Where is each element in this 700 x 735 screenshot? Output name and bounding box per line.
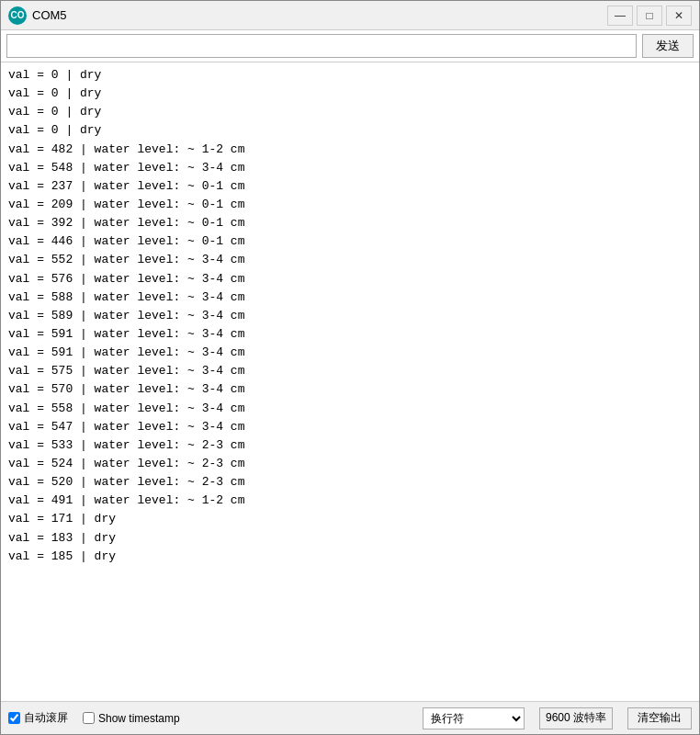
toolbar: 发送 <box>1 30 699 62</box>
console-line: val = 491 | water level: ~ 1-2 cm <box>8 492 692 510</box>
console-line: val = 171 | dry <box>8 510 692 528</box>
title-bar-left: CO COM5 <box>8 6 67 25</box>
console-line: val = 575 | water level: ~ 3-4 cm <box>8 362 692 380</box>
console-line: val = 524 | water level: ~ 2-3 cm <box>8 455 692 473</box>
console-line: val = 0 | dry <box>8 66 692 85</box>
main-window: CO COM5 — □ ✕ 发送 val = 0 | dryval = 0 | … <box>0 0 700 735</box>
console-line: val = 552 | water level: ~ 3-4 cm <box>8 251 692 269</box>
console-line: val = 570 | water level: ~ 3-4 cm <box>8 380 692 399</box>
close-button[interactable]: ✕ <box>666 6 692 26</box>
arduino-icon-text: CO <box>11 10 25 20</box>
auto-scroll-checkbox[interactable]: 自动滚屏 <box>8 710 68 726</box>
arduino-icon: CO <box>8 6 27 25</box>
console-line: val = 0 | dry <box>8 103 692 121</box>
console-line: val = 0 | dry <box>8 121 692 140</box>
maximize-button[interactable]: □ <box>637 6 662 26</box>
console-line: val = 183 | dry <box>8 529 692 548</box>
console-line: val = 533 | water level: ~ 2-3 cm <box>8 436 692 455</box>
console-line: val = 591 | water level: ~ 3-4 cm <box>8 325 692 344</box>
title-bar-controls: — □ ✕ <box>607 6 692 26</box>
clear-output-button[interactable]: 清空输出 <box>627 707 692 729</box>
console-line: val = 185 | dry <box>8 548 692 566</box>
title-bar: CO COM5 — □ ✕ <box>1 1 699 30</box>
minimize-button[interactable]: — <box>607 6 633 26</box>
show-timestamp-input[interactable] <box>83 712 95 724</box>
show-timestamp-checkbox[interactable]: Show timestamp <box>83 712 180 725</box>
console-line: val = 446 | water level: ~ 0-1 cm <box>8 232 692 251</box>
console-line: val = 576 | water level: ~ 3-4 cm <box>8 270 692 288</box>
auto-scroll-input[interactable] <box>8 712 20 724</box>
console-line: val = 547 | water level: ~ 3-4 cm <box>8 418 692 436</box>
window-title: COM5 <box>32 8 67 22</box>
console-line: val = 548 | water level: ~ 3-4 cm <box>8 159 692 177</box>
console-line: val = 588 | water level: ~ 3-4 cm <box>8 288 692 307</box>
console-line: val = 0 | dry <box>8 85 692 103</box>
auto-scroll-label: 自动滚屏 <box>24 710 68 726</box>
status-bar: 自动滚屏 Show timestamp 换行符 No line ending N… <box>1 701 699 734</box>
line-ending-select[interactable]: 换行符 No line ending Newline Carriage retu… <box>423 707 525 729</box>
send-button[interactable]: 发送 <box>642 34 694 58</box>
baud-rate-display: 9600 波特率 <box>539 707 613 729</box>
console-line: val = 209 | water level: ~ 0-1 cm <box>8 196 692 214</box>
console-line: val = 520 | water level: ~ 2-3 cm <box>8 473 692 492</box>
console-line: val = 558 | water level: ~ 3-4 cm <box>8 400 692 418</box>
console-output[interactable]: val = 0 | dryval = 0 | dryval = 0 | dryv… <box>1 62 699 701</box>
console-line: val = 589 | water level: ~ 3-4 cm <box>8 307 692 325</box>
console-line: val = 591 | water level: ~ 3-4 cm <box>8 344 692 362</box>
console-line: val = 482 | water level: ~ 1-2 cm <box>8 141 692 159</box>
show-timestamp-label: Show timestamp <box>98 712 180 725</box>
console-line: val = 237 | water level: ~ 0-1 cm <box>8 177 692 196</box>
message-input[interactable] <box>6 34 637 58</box>
console-line: val = 392 | water level: ~ 0-1 cm <box>8 214 692 232</box>
